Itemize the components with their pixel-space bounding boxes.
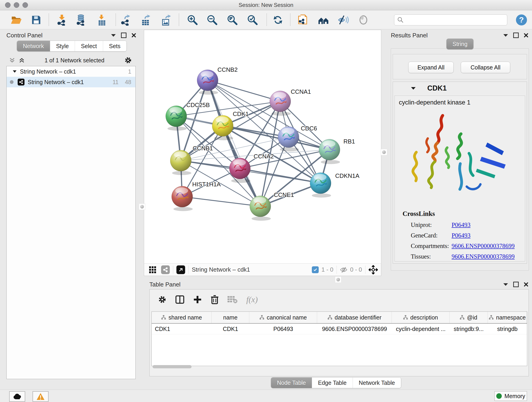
selected-count: 1 - 0: [322, 266, 333, 273]
panel-float-icon[interactable]: [121, 32, 127, 38]
column-header[interactable]: description: [392, 312, 450, 323]
network-edge[interactable]: [208, 80, 280, 101]
collapse-all-icon[interactable]: [9, 57, 15, 63]
table-cell[interactable]: CDK1: [152, 324, 212, 334]
network-node[interactable]: [212, 115, 233, 140]
show-panel-button[interactable]: [357, 13, 370, 26]
birdseye-grid-icon[interactable]: [149, 266, 157, 274]
table-cell[interactable]: stringdb: [488, 324, 527, 334]
tab-network-table[interactable]: Network Table: [353, 377, 401, 388]
network-canvas[interactable]: CCNB2CCNA1CDC25BCDK1CDC6RB1CCNB1CCNA2CDK…: [144, 30, 381, 264]
network-node[interactable]: [250, 196, 271, 221]
zoom-selected-button[interactable]: [246, 13, 259, 26]
table-cell[interactable]: CDK1: [212, 324, 249, 334]
network-tree-root-row[interactable]: String Network – cdk1 1: [7, 66, 135, 77]
network-options-gear-icon[interactable]: [124, 56, 132, 64]
network-node[interactable]: [319, 139, 340, 164]
cloud-button[interactable]: [9, 391, 25, 402]
export-network-button[interactable]: [119, 13, 132, 26]
export-image-button[interactable]: [160, 13, 173, 26]
delete-table-icon[interactable]: [228, 296, 238, 303]
save-session-button[interactable]: [30, 13, 43, 26]
splitter-handle-left[interactable]: [139, 204, 145, 210]
home-button[interactable]: [317, 13, 330, 26]
panel-float-icon[interactable]: [513, 282, 519, 287]
splitter-handle-right[interactable]: [381, 149, 387, 155]
panel-menu-icon[interactable]: [503, 34, 508, 37]
section-expander-icon[interactable]: [411, 87, 416, 90]
column-header[interactable]: namespace: [488, 312, 527, 323]
expand-all-button[interactable]: Expand All: [408, 62, 454, 73]
panel-close-icon[interactable]: [524, 33, 528, 38]
show-columns-icon[interactable]: [175, 295, 184, 304]
network-graph[interactable]: CCNB2CCNA1CDC25BCDK1CDC6RB1CCNB1CCNA2CDK…: [144, 30, 381, 263]
expand-all-icon[interactable]: [19, 57, 25, 63]
tab-network[interactable]: Network: [17, 41, 50, 51]
column-header[interactable]: name: [212, 312, 249, 323]
crosslink-link[interactable]: 9606.ENSP00000378699: [452, 253, 515, 260]
collapse-all-button[interactable]: Collapse All: [461, 62, 510, 73]
export-table-button[interactable]: [139, 13, 152, 26]
network-node[interactable]: [197, 70, 218, 95]
selected-checkbox-icon[interactable]: [312, 266, 319, 273]
clone-network-button[interactable]: [297, 13, 309, 26]
crosslink-link[interactable]: P06493: [452, 221, 471, 229]
import-network-button[interactable]: [56, 13, 69, 26]
window-close-button[interactable]: [5, 2, 11, 8]
string-toggle-icon[interactable]: [161, 265, 170, 274]
table-cell[interactable]: P06493: [249, 324, 317, 334]
import-database-button[interactable]: [75, 13, 88, 26]
crosslink-link[interactable]: 9606.ENSP00000378699: [452, 242, 515, 249]
table-cell[interactable]: cyclin-dependent ...: [392, 324, 450, 334]
tab-node-table[interactable]: Node Table: [271, 377, 312, 388]
crosslink-link[interactable]: P06493: [452, 232, 471, 239]
network-node[interactable]: [310, 172, 331, 198]
table-options-gear-icon[interactable]: [158, 295, 167, 304]
network-node[interactable]: [170, 150, 191, 175]
tab-sets[interactable]: Sets: [103, 41, 127, 51]
open-in-new-icon[interactable]: [177, 265, 185, 274]
panel-menu-icon[interactable]: [111, 34, 116, 37]
network-node[interactable]: [172, 186, 193, 211]
window-minimize-button[interactable]: [14, 2, 19, 8]
column-header[interactable]: shared name: [152, 312, 212, 323]
panel-menu-icon[interactable]: [503, 283, 508, 286]
function-builder-button[interactable]: f(x): [246, 295, 258, 304]
column-header[interactable]: database identifier: [317, 312, 392, 323]
network-edge[interactable]: [182, 197, 260, 206]
warning-button[interactable]: [32, 391, 49, 402]
window-zoom-button[interactable]: [22, 2, 28, 8]
hide-panel-button[interactable]: [337, 13, 350, 26]
zoom-in-button[interactable]: [186, 13, 199, 26]
delete-column-icon[interactable]: [210, 295, 219, 304]
zoom-fit-button[interactable]: [226, 13, 239, 26]
network-node[interactable]: [270, 91, 291, 116]
column-header[interactable]: @id: [450, 312, 488, 323]
import-table-button[interactable]: [96, 13, 109, 26]
search-input[interactable]: [406, 17, 507, 23]
tab-edge-table[interactable]: Edge Table: [312, 377, 353, 388]
network-tree-child-row[interactable]: String Network – cdk1 11 48: [7, 77, 135, 87]
panel-float-icon[interactable]: [513, 32, 519, 38]
pan-crosshair-icon[interactable]: [369, 265, 378, 274]
panel-close-icon[interactable]: [132, 33, 136, 38]
table-cell[interactable]: stringdb:9...: [450, 324, 488, 334]
add-column-icon[interactable]: [193, 295, 202, 304]
tab-select[interactable]: Select: [75, 41, 103, 51]
tree-expander-icon[interactable]: [13, 70, 17, 73]
network-edge[interactable]: [240, 150, 329, 168]
table-cell[interactable]: 9606.ENSP00000378699: [317, 324, 392, 334]
column-header[interactable]: canonical name: [249, 312, 317, 323]
refresh-button[interactable]: [272, 13, 284, 26]
panel-close-icon[interactable]: [524, 282, 528, 287]
table-row[interactable]: CDK1CDK1P064939606.ENSP00000378699cyclin…: [152, 324, 527, 334]
network-node[interactable]: [166, 106, 187, 131]
result-section-header[interactable]: CDK1: [393, 82, 527, 95]
memory-button[interactable]: Memory: [494, 391, 527, 401]
table-hscrollbar[interactable]: [152, 365, 191, 368]
help-button[interactable]: ?: [515, 13, 528, 26]
tab-string[interactable]: String: [447, 39, 473, 49]
zoom-out-button[interactable]: [206, 13, 219, 26]
open-session-button[interactable]: [10, 13, 22, 26]
tab-style[interactable]: Style: [50, 41, 75, 51]
